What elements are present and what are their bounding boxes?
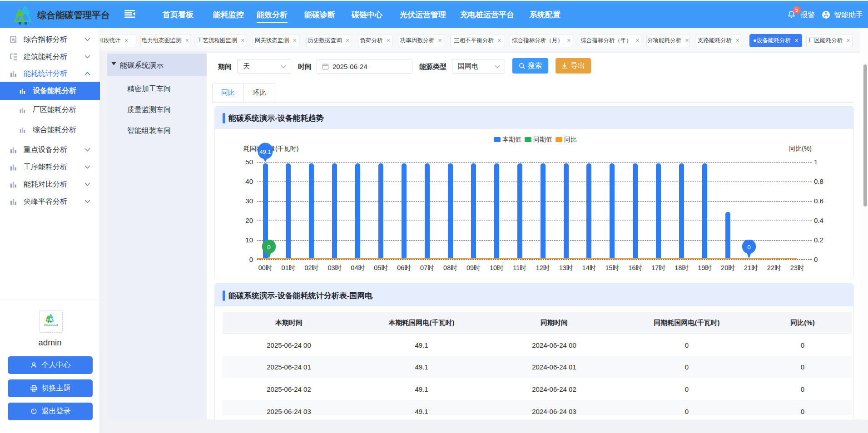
svg-text:0: 0 [747, 244, 751, 251]
svg-text:49.1: 49.1 [259, 148, 271, 155]
svg-text:0: 0 [267, 244, 271, 251]
